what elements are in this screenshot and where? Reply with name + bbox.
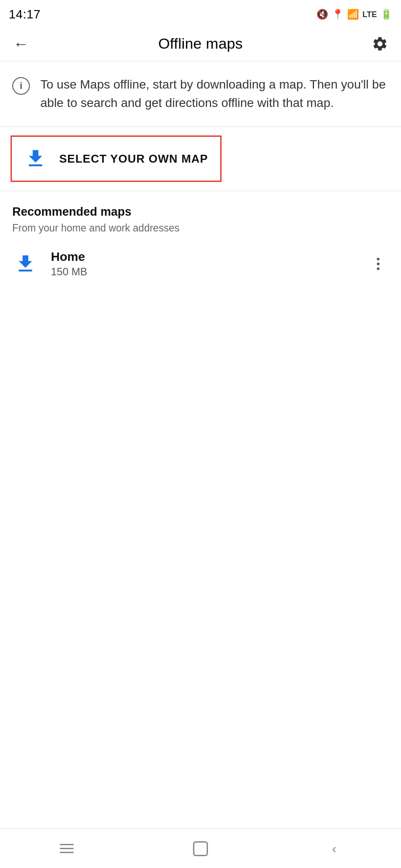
select-own-map-button[interactable]: SELECT YOUR OWN MAP: [11, 135, 222, 182]
recent-apps-icon: [60, 844, 74, 853]
map-item: Home 150 MB: [12, 241, 389, 287]
wifi-icon: 📶: [347, 9, 359, 20]
status-time: 14:17: [9, 7, 41, 21]
battery-icon: 🔋: [380, 9, 392, 20]
settings-button[interactable]: [369, 33, 390, 54]
back-nav-icon: ‹: [332, 841, 337, 856]
back-nav-button[interactable]: ‹: [317, 836, 352, 862]
info-icon: i: [12, 77, 30, 95]
recommended-title: Recommended maps: [12, 205, 389, 219]
map-item-name: Home: [51, 250, 355, 264]
app-bar: ← Offline maps: [0, 26, 401, 61]
location-icon: 📍: [332, 9, 344, 20]
bottom-nav-bar: ‹: [0, 829, 401, 868]
recent-apps-button[interactable]: [49, 836, 84, 862]
recommended-section: Recommended maps From your home and work…: [0, 191, 401, 294]
more-options-icon: [377, 258, 380, 270]
mute-icon: 🔇: [316, 9, 328, 20]
signal-icon: LTE: [362, 10, 377, 19]
map-item-download-icon: [12, 253, 39, 275]
status-bar: 14:17 🔇 📍 📶 LTE 🔋: [0, 0, 401, 26]
home-button[interactable]: [183, 836, 218, 862]
download-icon: [24, 147, 47, 170]
info-text: To use Maps offline, start by downloadin…: [40, 75, 389, 112]
select-map-container: SELECT YOUR OWN MAP: [0, 127, 401, 191]
download-arrow-icon: [24, 147, 47, 170]
map-item-size: 150 MB: [51, 266, 355, 278]
back-button[interactable]: ←: [11, 33, 32, 54]
map-item-more-button[interactable]: [368, 253, 389, 274]
back-arrow-icon: ←: [13, 35, 29, 53]
select-map-label: SELECT YOUR OWN MAP: [59, 152, 208, 166]
home-download-icon: [14, 253, 37, 275]
home-icon: [193, 841, 208, 856]
info-banner: i To use Maps offline, start by download…: [0, 61, 401, 127]
map-item-info: Home 150 MB: [51, 250, 355, 278]
gear-icon: [372, 36, 388, 52]
status-icons: 🔇 📍 📶 LTE 🔋: [316, 9, 392, 20]
page-title: Offline maps: [158, 35, 243, 52]
recommended-subtitle: From your home and work addresses: [12, 222, 389, 234]
